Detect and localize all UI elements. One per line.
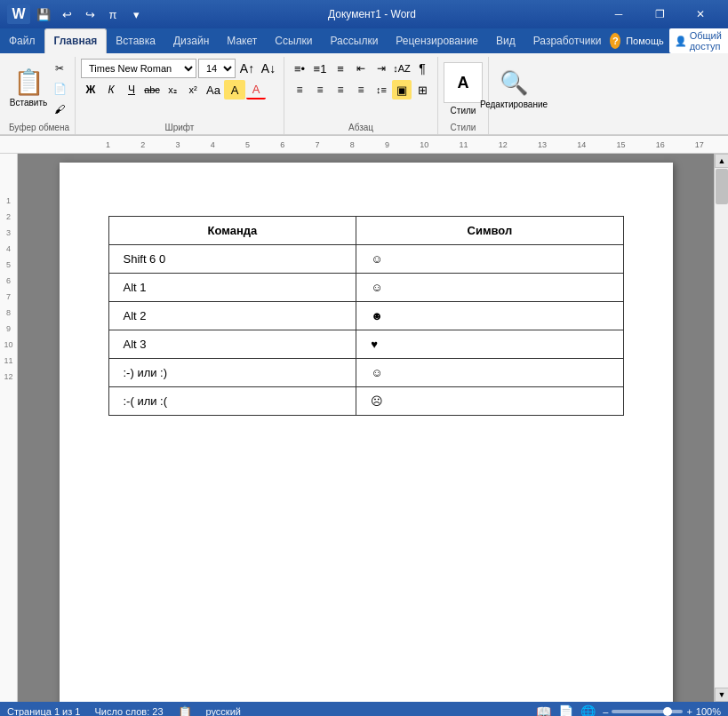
tab-layout[interactable]: Макет [218,28,266,53]
paste-icon: 📋 [13,70,44,95]
borders-btn[interactable]: ⊞ [412,80,432,99]
paragraph-group-content: ≡• ≡1 ≡ ⇤ ⇥ ↕AZ ¶ ≡ ≡ ≡ ≡ ↕≡ ▣ ⊞ [288,57,434,121]
help-icon[interactable]: ? [610,33,620,49]
zoom-slider[interactable] [612,710,683,713]
symbol-cell: ☺ [356,274,623,302]
font-color-btn[interactable]: A [246,80,266,99]
clipboard-group-content: 📋 Вставить ✂ 📄 🖌 [7,57,71,121]
minimize-btn[interactable]: ─ [598,0,639,28]
table-row: :-) или :)☺ [108,359,623,387]
shading-btn[interactable]: ▣ [392,80,412,99]
status-left: Страница 1 из 1 Число слов: 23 📋 русский [7,705,241,717]
strikethrough-btn[interactable]: abc [142,80,162,99]
list-format-row: ≡• ≡1 ≡ ⇤ ⇥ ↕AZ ¶ [290,59,432,78]
align-right-btn[interactable]: ≡ [331,80,350,99]
command-cell: Shift 6 0 [108,245,356,274]
save-quick-btn[interactable]: 💾 [34,4,53,24]
document-area: 1 2 3 4 5 6 7 8 9 10 11 12 Команда Симво… [0,154,728,702]
decrease-indent-btn[interactable]: ⇤ [351,59,371,78]
symbol-cell: ☻ [356,302,623,330]
more-quick-btn[interactable]: ▾ [126,4,146,24]
copy-btn[interactable]: 📄 [50,79,69,99]
scroll-thumb[interactable] [716,169,728,204]
decrease-font-btn[interactable]: A↓ [259,59,278,78]
tab-design[interactable]: Дизайн [164,28,218,53]
view-print-btn[interactable]: 📄 [558,704,573,716]
superscript-btn[interactable]: x² [183,80,203,99]
tab-review[interactable]: Рецензирование [387,28,487,53]
scroll-track[interactable] [715,168,728,688]
clipboard-label: Буфер обмена [7,121,71,134]
vertical-scrollbar[interactable]: ▲ ▼ [714,154,728,702]
symbol-cell: ☺ [356,359,623,387]
title-bar: W 💾 ↩ ↪ π ▾ Документ1 - Word ─ ❐ ✕ [0,0,728,28]
command-cell: :-) или :) [108,359,356,387]
zoom-thumb [663,707,672,716]
styles-label: Стили [442,121,484,134]
status-right: 📖 📄 🌐 – + 100% [536,704,721,716]
table-row: Alt 2☻ [108,302,623,330]
view-web-btn[interactable]: 🌐 [580,704,596,716]
highlight-btn[interactable]: A [224,80,245,99]
font-name-select[interactable]: Times New Roman [81,59,196,78]
table-header-symbol: Символ [356,217,623,245]
redo-quick-btn[interactable]: ↪ [80,4,100,24]
tab-home[interactable]: Главная [44,28,108,53]
show-marks-btn[interactable]: ¶ [412,59,432,78]
help-label[interactable]: Помощь [626,36,664,46]
editing-icon: 🔍 [500,69,528,97]
table-header-row: Команда Символ [108,217,623,245]
zoom-in-btn[interactable]: + [686,706,692,716]
multilevel-list-btn[interactable]: ≡ [331,59,350,78]
clipboard-group: 📋 Вставить ✂ 📄 🖌 Буфер обмена [4,57,76,134]
font-label: Шрифт [79,121,280,134]
format-painter-btn[interactable]: 🖌 [50,99,69,119]
editing-group-content: 🔍 Редактирование [492,57,535,131]
undo-quick-btn[interactable]: ↩ [57,4,76,24]
subscript-btn[interactable]: x₂ [163,80,182,99]
align-center-btn[interactable]: ≡ [310,80,330,99]
document-table: Команда Символ Shift 6 0☺Alt 1☺Alt 2☻Alt… [108,216,624,416]
bold-btn[interactable]: Ж [81,80,100,99]
cut-btn[interactable]: ✂ [50,59,69,78]
editing-btn[interactable]: 🔍 Редактирование [494,59,533,117]
command-cell: Alt 2 [108,302,356,330]
italic-btn[interactable]: К [101,80,121,99]
close-btn[interactable]: ✕ [680,0,721,28]
font-size-select[interactable]: 14 [198,59,236,78]
sort-btn[interactable]: ↕AZ [392,59,412,78]
align-left-btn[interactable]: ≡ [290,80,309,99]
zoom-out-btn[interactable]: – [603,706,608,716]
line-spacing-btn[interactable]: ↕≡ [372,80,391,99]
page-scroll-area[interactable]: Команда Символ Shift 6 0☺Alt 1☺Alt 2☻Alt… [18,154,714,702]
command-cell: Alt 1 [108,274,356,302]
justify-btn[interactable]: ≡ [351,80,371,99]
increase-font-btn[interactable]: A↑ [237,59,257,78]
view-read-btn[interactable]: 📖 [536,704,551,716]
word-logo[interactable]: W [7,4,30,24]
tab-file[interactable]: Файл [0,28,44,53]
tab-developer[interactable]: Разработчики [524,28,611,53]
paste-btn[interactable]: 📋 Вставить [9,59,48,117]
clear-format-btn[interactable]: Aa [204,80,223,99]
tab-insert[interactable]: Вставка [107,28,164,53]
scroll-down-btn[interactable]: ▼ [715,688,728,702]
zoom-control[interactable]: – + 100% [603,706,721,716]
table-row: Alt 3♥ [108,330,623,359]
bullet-list-btn[interactable]: ≡• [290,59,309,78]
tab-references[interactable]: Ссылки [266,28,321,53]
restore-btn[interactable]: ❐ [639,0,680,28]
zoom-percent: 100% [696,706,721,716]
numbered-list-btn[interactable]: ≡1 [310,59,330,78]
styles-btn[interactable]: A Стили [444,59,483,117]
tab-view[interactable]: Вид [487,28,524,53]
tab-mailings[interactable]: Рассылки [322,28,388,53]
increase-indent-btn[interactable]: ⇥ [372,59,391,78]
underline-btn[interactable]: Ч [122,80,141,99]
horizontal-ruler: 12 34 56 78 910 1112 1314 1516 17 [0,136,728,154]
font-format-row: Ж К Ч abc x₂ x² Aa A A [81,80,266,99]
share-btn[interactable]: 👤Общий доступ [669,28,728,53]
formula-quick-btn[interactable]: π [103,4,123,24]
table-row: Shift 6 0☺ [108,245,623,274]
scroll-up-btn[interactable]: ▲ [715,154,728,168]
